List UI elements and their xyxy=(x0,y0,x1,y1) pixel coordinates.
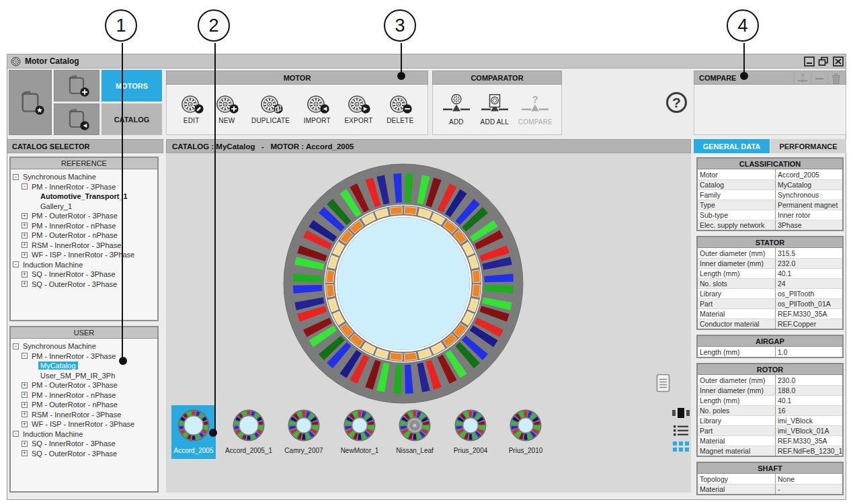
motor-thumbnail-camry-2007[interactable]: Camry_2007 xyxy=(282,405,326,459)
tree-expander-icon[interactable]: + xyxy=(22,382,28,388)
tree-item-sq-outerrotor-3phase[interactable]: +SQ - OuterRotor - 3Phase xyxy=(11,280,157,290)
grid-view-icon[interactable] xyxy=(673,442,690,452)
motor-thumbnail-nissan-leaf[interactable]: Nissan_Leaf xyxy=(393,405,437,459)
tree-item-pm-outerrotor-nphase[interactable]: +PM - OuterRotor - nPhase xyxy=(11,400,157,410)
tree-item-rsm-innerrotor-3phase[interactable]: +RSM - InnerRotor - 3Phase xyxy=(11,241,157,251)
row-value: 315.5 xyxy=(776,249,842,257)
tree-item-user-sm-pm-ir-3ph[interactable]: User_SM_PM_IR_3Ph xyxy=(11,371,157,381)
tree-item-pm-innerrotor-3phase[interactable]: -PM - InnerRotor - 3Phase xyxy=(11,351,157,362)
carousel-view-icon[interactable] xyxy=(672,407,690,419)
tree-item-pm-innerrotor-nphase[interactable]: +PM - InnerRotor - nPhase xyxy=(11,221,157,231)
tree-item-sq-innerrotor-3phase[interactable]: +SQ - InnerRotor - 3Phase xyxy=(11,269,157,280)
close-button[interactable] xyxy=(833,56,844,67)
tree-expander-icon[interactable]: + xyxy=(22,402,28,408)
tree-item-label: PM - InnerRotor - nPhase xyxy=(30,222,118,230)
tab-motors[interactable]: MOTORS xyxy=(101,70,162,101)
tree-item-label: PM - InnerRotor - 3Phase xyxy=(30,352,118,360)
tree-item-sq-innerrotor-3phase[interactable]: +SQ - InnerRotor - 3Phase xyxy=(11,439,157,449)
add-comparator-button[interactable]: ADD xyxy=(442,94,471,126)
compare-comparator-button[interactable]: ?COMPARE xyxy=(518,94,553,126)
tree-item-label: PM - InnerRotor - 3Phase xyxy=(30,183,118,191)
tree-item-mycatalog[interactable]: MyCatalog xyxy=(11,361,157,371)
tree-item-pm-outerrotor-3phase[interactable]: +PM - OuterRotor - 3Phase xyxy=(11,211,157,221)
table-row-sub-type: Sub-typeInner rotor xyxy=(698,210,842,220)
tree-expander-icon[interactable]: - xyxy=(13,261,19,267)
thumbnail-motor-image xyxy=(288,409,320,444)
list-view-icon[interactable] xyxy=(674,425,689,436)
add-all-comparator-button[interactable]: ADD ALL xyxy=(480,94,510,126)
tree-expander-icon[interactable]: + xyxy=(22,222,28,228)
section-title: ROTOR xyxy=(698,364,842,375)
import-motor-button[interactable]: IMPORT xyxy=(304,95,331,124)
reference-tree: -Synchronous Machine-PM - InnerRotor - 3… xyxy=(11,169,157,289)
delete-motor-button[interactable]: DELETE xyxy=(387,95,413,124)
open-catalog-button[interactable] xyxy=(9,70,52,135)
tree-item-label: Automotive_Transport_1 xyxy=(38,192,130,200)
tree-item-gallery-1[interactable]: Gallery_1 xyxy=(11,202,157,212)
tree-item-label: MyCatalog xyxy=(38,362,78,370)
tree-item-synchronous-machine[interactable]: -Synchronous Machine xyxy=(11,172,157,182)
report-document-icon[interactable] xyxy=(656,374,670,395)
tree-item-pm-outerrotor-3phase[interactable]: +PM - OuterRotor - 3Phase xyxy=(11,380,157,390)
user-box-title: USER xyxy=(11,327,157,339)
tree-item-wf-isp-innerrotor-3phase[interactable]: +WF - ISP - InnerRotor - 3Phase xyxy=(11,419,157,429)
row-label: No. slots xyxy=(698,279,776,288)
tree-item-wf-isp-innerrotor-3phase[interactable]: +WF - ISP - InnerRotor - 3Phase xyxy=(11,250,157,260)
new-motor-button[interactable]: NEW xyxy=(216,95,237,124)
restore-button[interactable] xyxy=(818,56,829,67)
tree-expander-icon[interactable]: + xyxy=(22,281,28,287)
duplicate-motor-button[interactable]: DUPLICATE xyxy=(251,95,290,124)
tree-expander-icon[interactable]: + xyxy=(22,271,28,278)
tree-expander-icon[interactable]: + xyxy=(22,392,28,398)
edit-motor-button[interactable]: EDIT xyxy=(181,95,202,124)
tab-general-data[interactable]: GENERAL DATA xyxy=(694,139,770,153)
tree-item-pm-outerrotor-nphase[interactable]: +PM - OuterRotor - nPhase xyxy=(11,230,157,241)
tree-expander-icon[interactable]: + xyxy=(22,213,28,219)
tree-item-automotive-transport-1[interactable]: Automotive_Transport_1 xyxy=(11,192,157,202)
help-icon[interactable]: ? xyxy=(666,92,687,113)
tab-catalog[interactable]: CATALOG xyxy=(101,103,162,135)
catalog-arrow-icon xyxy=(67,108,87,132)
catalog-selector-header: CATALOG SELECTOR xyxy=(7,139,163,153)
catalog-star-icon xyxy=(19,89,42,116)
tree-item-induction-machine[interactable]: -Induction Machine xyxy=(11,260,157,270)
row-label: Motor xyxy=(698,169,776,179)
motor-thumbnail-accord-2005-1[interactable]: Accord_2005_1 xyxy=(227,405,271,459)
tree-expander-icon[interactable]: + xyxy=(22,411,28,417)
tree-expander-icon[interactable]: - xyxy=(22,353,28,359)
comparator-toolbar: ADDADD ALL?COMPARE xyxy=(432,85,562,135)
tree-item-sq-outerrotor-3phase[interactable]: +SQ - OuterRotor - 3Phase xyxy=(11,449,157,459)
new-catalog-button[interactable] xyxy=(54,70,99,101)
motor-thumbnail-prius-2010[interactable]: Prius_2010 xyxy=(503,405,548,459)
motor-thumbnail-prius-2004[interactable]: Prius_2004 xyxy=(448,405,493,459)
compare-pair-button[interactable]: ? xyxy=(794,73,811,84)
tree-item-pm-innerrotor-3phase[interactable]: -PM - InnerRotor - 3Phase xyxy=(11,182,157,192)
tree-item-label: Induction Machine xyxy=(21,261,85,269)
tree-expander-icon[interactable]: + xyxy=(22,421,28,427)
tab-performance[interactable]: PERFORMANCE xyxy=(770,139,846,153)
callout-3: 3 xyxy=(384,9,416,42)
tree-item-rsm-innerrotor-3phase[interactable]: +RSM - InnerRotor - 3Phase xyxy=(11,410,157,420)
table-row-no-poles: No. poles16 xyxy=(698,405,842,415)
tree-expander-icon[interactable]: - xyxy=(13,174,19,180)
motor-thumbnail-newmotor-1[interactable]: NewMotor_1 xyxy=(337,405,382,459)
export-motor-button[interactable]: EXPORT xyxy=(344,95,372,124)
title-bar[interactable]: Motor Catalog xyxy=(7,54,846,69)
compare-remove-button[interactable] xyxy=(811,73,827,84)
tree-expander-icon[interactable]: + xyxy=(22,252,28,258)
tree-expander-icon[interactable]: - xyxy=(22,183,28,190)
tree-item-pm-innerrotor-nphase[interactable]: +PM - InnerRotor - nPhase xyxy=(11,390,157,401)
compare-clear-button[interactable] xyxy=(827,73,844,84)
minimize-button[interactable] xyxy=(804,56,815,67)
tree-item-synchronous-machine[interactable]: -Synchronous Machine xyxy=(11,341,157,351)
tree-expander-icon[interactable]: + xyxy=(22,450,28,456)
tree-expander-icon[interactable]: - xyxy=(13,343,19,349)
row-value: os_PllTooth xyxy=(776,290,842,298)
tree-expander-icon[interactable]: + xyxy=(22,242,28,248)
import-catalog-button[interactable] xyxy=(54,103,99,135)
tree-expander-icon[interactable]: - xyxy=(13,431,19,437)
tree-expander-icon[interactable]: + xyxy=(22,441,28,447)
tree-item-induction-machine[interactable]: -Induction Machine xyxy=(11,429,157,439)
tree-expander-icon[interactable]: + xyxy=(22,233,28,239)
callout-1: 1 xyxy=(105,9,137,42)
